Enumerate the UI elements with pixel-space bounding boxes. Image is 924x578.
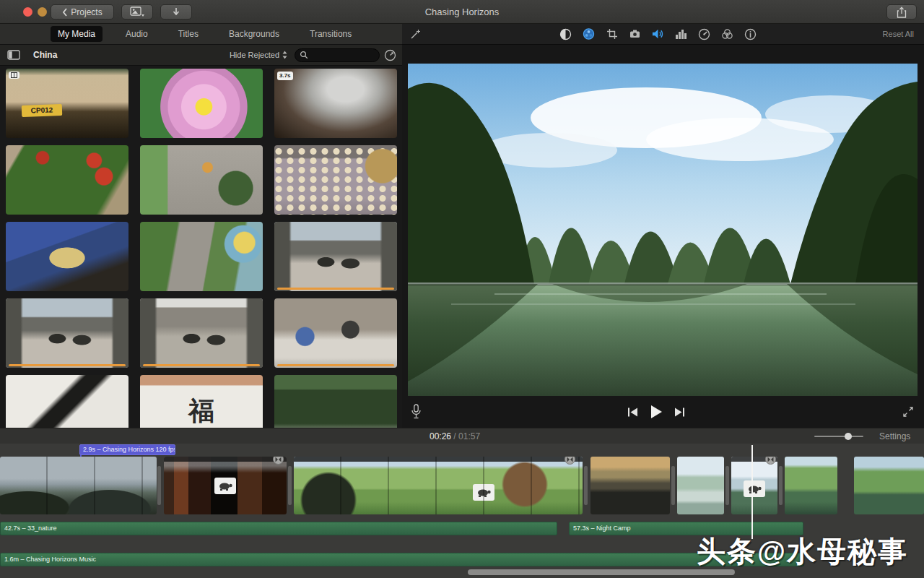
collection-title[interactable]: China [33, 50, 57, 60]
next-frame-button[interactable] [674, 407, 685, 418]
media-clip-table-people[interactable] [274, 298, 397, 368]
sidebar-toggle-icon[interactable] [7, 50, 20, 60]
media-clip-chilies[interactable] [6, 145, 128, 215]
tab-audio[interactable]: Audio [118, 26, 155, 42]
timeline-clip-green-mountains[interactable] [854, 457, 924, 514]
viewer-preview [408, 64, 918, 396]
hide-rejected-label: Hide Rejected [230, 51, 279, 59]
timeline-title-clip[interactable]: 2.9s – Chasing Horizons 120 fps [79, 444, 175, 455]
download-arrow-icon [172, 7, 180, 17]
license-plate-text: CP012 [22, 104, 63, 117]
play-button[interactable] [650, 405, 663, 419]
speed-icon[interactable] [698, 28, 710, 40]
timeline-clip-karst-lake[interactable] [677, 457, 724, 514]
stabilization-icon[interactable] [629, 28, 641, 40]
filters-icon[interactable] [721, 28, 733, 40]
chevron-updown-icon [282, 51, 287, 59]
search-field[interactable] [295, 48, 380, 62]
timeline-scrollbar[interactable] [468, 569, 735, 575]
media-clip-ginger-hands[interactable] [6, 222, 128, 291]
media-clip-street-bikes-2[interactable] [6, 298, 128, 368]
clip-separator[interactable] [584, 466, 588, 505]
media-clip-dumplings[interactable] [274, 145, 397, 215]
media-clip-lotus[interactable] [140, 69, 263, 138]
clip-separator[interactable] [725, 466, 729, 505]
transition-badge-icon[interactable] [273, 457, 284, 465]
media-clip-calligraphy-stroke[interactable] [6, 375, 128, 428]
hide-rejected-dropdown[interactable]: Hide Rejected [230, 51, 287, 59]
media-clip-greens-bowl[interactable] [140, 222, 263, 291]
duration-badge: 3.7s [277, 72, 293, 80]
slow-motion-turtle-icon[interactable] [214, 478, 236, 494]
viewer-panel: Reset All [402, 24, 924, 428]
crop-icon[interactable] [606, 28, 618, 40]
media-clip-smoke[interactable]: 3.7s [274, 69, 397, 138]
search-filter-icon[interactable] [384, 49, 396, 61]
timeline-clip-green-lake[interactable] [785, 457, 837, 514]
media-clip-vegetables[interactable] [140, 145, 263, 215]
reset-all-button[interactable]: Reset All [883, 30, 914, 38]
enhance-wand-icon[interactable] [409, 28, 422, 40]
time-separator: / [451, 431, 458, 441]
search-icon [300, 51, 308, 59]
tab-titles[interactable]: Titles [171, 26, 206, 42]
timeline-settings-button[interactable]: Settings [879, 431, 910, 441]
color-correction-icon[interactable] [583, 28, 595, 40]
time-display: 00:26 / 01:57 [430, 431, 480, 441]
transport-controls [402, 396, 924, 428]
landscape-preview-image [408, 64, 918, 396]
total-time: / 01:57 [451, 431, 480, 441]
download-button[interactable] [160, 4, 192, 20]
share-button[interactable] [886, 4, 917, 20]
transition-badge-icon[interactable] [565, 457, 575, 465]
tab-my-media[interactable]: My Media [51, 26, 103, 42]
color-balance-icon[interactable] [559, 28, 572, 40]
chevron-left-icon [62, 8, 68, 17]
keyframe-badge-icon [9, 72, 19, 79]
tab-transitions[interactable]: Transitions [302, 26, 359, 42]
media-clip-motorbike[interactable]: CP012 [6, 69, 128, 138]
timeline-clip-sunset-lake[interactable] [590, 457, 670, 514]
volume-icon[interactable] [652, 28, 664, 40]
clip-info-icon[interactable] [744, 28, 757, 40]
projects-back-button[interactable]: Projects [51, 4, 114, 20]
minimize-window-button[interactable] [38, 7, 47, 17]
import-media-button[interactable] [121, 4, 153, 20]
slow-motion-turtle-icon[interactable] [473, 484, 494, 501]
tab-backgrounds[interactable]: Backgrounds [222, 26, 287, 42]
timeline-clip-village[interactable] [294, 457, 583, 514]
timeline-clip-snow-mountain[interactable] [731, 457, 777, 514]
timeline-clip-mountains[interactable] [0, 457, 157, 514]
title-bar: Projects Chasing Horizons [0, 0, 924, 24]
media-clip-forest[interactable] [274, 375, 397, 428]
media-clip-calligraphy-fu[interactable]: 福 [140, 375, 263, 428]
browser-header: China Hide Rejected [0, 45, 402, 66]
fu-character: 福 [140, 394, 263, 428]
timeline-zoom-slider[interactable] [814, 436, 863, 437]
zoom-slider-thumb[interactable] [845, 433, 852, 440]
previous-frame-button[interactable] [627, 407, 638, 418]
playhead[interactable] [751, 445, 753, 539]
background-music-clip[interactable]: 1.6m – Chasing Horizons Music [0, 553, 803, 566]
clip-separator[interactable] [671, 466, 675, 505]
clip-separator[interactable] [288, 466, 292, 505]
transition-badge-icon[interactable] [765, 457, 776, 465]
media-clip-alley[interactable] [140, 298, 263, 368]
duration: 01:57 [458, 431, 480, 441]
clip-separator[interactable] [779, 466, 783, 505]
noise-reduction-icon[interactable] [675, 28, 687, 40]
close-window-button[interactable] [23, 7, 32, 17]
timeline-header: 00:26 / 01:57 Settings [0, 428, 924, 444]
slow-motion-turtle-icon[interactable] [744, 480, 765, 497]
fullscreen-icon[interactable] [902, 406, 914, 418]
media-clip-street-bikes-1[interactable] [274, 222, 397, 291]
search-input[interactable] [311, 51, 376, 59]
projects-button-label: Projects [71, 7, 102, 17]
watermark-text: 头条@水母秘事 [697, 532, 908, 571]
media-grid: CP012 3.7s 福 [0, 66, 402, 428]
audio-clip-1[interactable]: 42.7s – 33_nature [0, 522, 557, 535]
timeline-clip-restaurant[interactable] [164, 457, 287, 514]
project-title: Chasing Horizons [318, 7, 606, 17]
voiceover-mic-icon[interactable] [411, 404, 422, 420]
clip-separator[interactable] [157, 466, 161, 505]
